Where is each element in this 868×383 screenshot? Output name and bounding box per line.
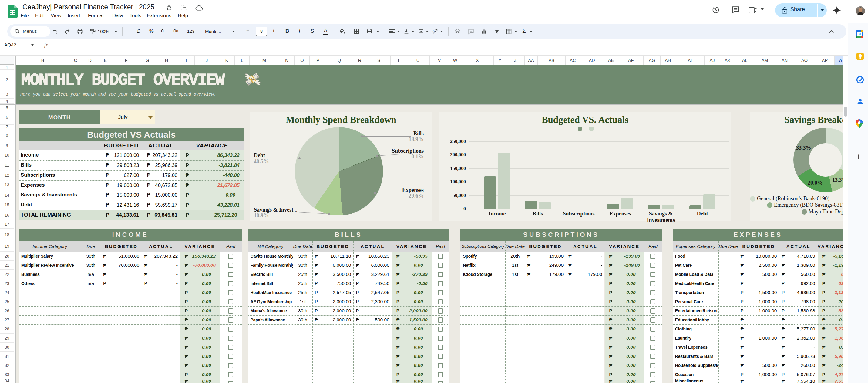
svg-text:A: A bbox=[433, 29, 435, 32]
svg-text:31: 31 bbox=[858, 32, 861, 36]
